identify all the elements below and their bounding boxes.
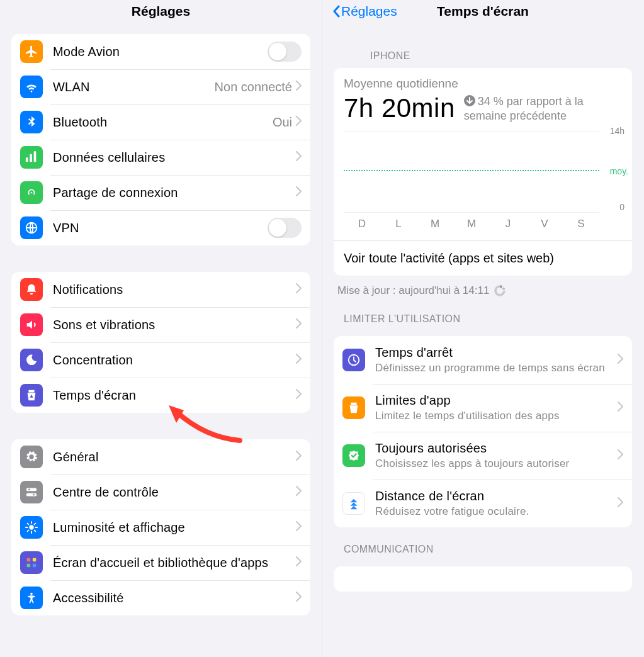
y-tick-top: 14h: [610, 126, 624, 136]
chevron-right-icon: [618, 402, 623, 415]
weekly-chart: 14h 0 moy. DLMMJVS: [334, 123, 632, 240]
row-label: VPN: [53, 221, 268, 235]
chevron-right-icon: [296, 151, 302, 164]
svg-rect-7: [33, 558, 37, 562]
vpn-icon: [20, 216, 43, 239]
svg-point-4: [33, 493, 35, 496]
x-tick: J: [490, 218, 526, 230]
settings-group-general: GénéralCentre de contrôleLuminosité et a…: [11, 439, 310, 615]
row-label: Notifications: [53, 283, 296, 297]
settings-row-cellular[interactable]: Données cellulaires: [11, 140, 310, 175]
daily-average-value: 7h 20min: [344, 93, 455, 123]
limit-row-applimit[interactable]: Limites d'appLimitez le temps d'utilisat…: [334, 384, 632, 432]
row-label: Concentration: [53, 353, 296, 368]
daily-average-label: Moyenne quotidienne: [344, 77, 622, 91]
device-header: IPHONE: [370, 50, 622, 62]
page-title: Réglages: [132, 4, 190, 19]
row-label: Distance de l'écranRéduisez votre fatigu…: [375, 489, 618, 518]
x-tick: S: [563, 218, 599, 230]
delta-label: 34 % par rapport à la semaine précédente: [464, 95, 584, 123]
settings-group-notifications: NotificationsSons et vibrationsConcentra…: [11, 272, 310, 413]
chevron-right-icon: [296, 283, 302, 296]
settings-row-control[interactable]: Centre de contrôle: [11, 474, 310, 510]
chevron-right-icon: [618, 449, 623, 463]
row-label: Mode Avion: [53, 45, 268, 59]
settings-row-vpn[interactable]: VPN: [11, 210, 310, 245]
settings-group-network: Mode AvionWLANNon connectéBluetoothOuiDo…: [11, 34, 310, 245]
downtime-icon: [342, 349, 365, 371]
airplane-icon: [20, 40, 43, 63]
x-tick: D: [344, 218, 380, 230]
row-label: Centre de contrôle: [53, 485, 296, 500]
chevron-right-icon: [296, 186, 302, 199]
avg-label: moy.: [610, 166, 628, 176]
chevron-left-icon: [332, 5, 340, 18]
control-icon: [20, 481, 43, 503]
settings-row-sound[interactable]: Sons et vibrations: [11, 307, 310, 342]
svg-rect-6: [27, 558, 31, 562]
toggle[interactable]: [268, 218, 302, 238]
settings-pane: Réglages Mode AvionWLANNon connectéBluet…: [0, 0, 322, 657]
allowed-icon: [342, 444, 365, 467]
settings-row-screentime[interactable]: Temps d'écran: [11, 378, 310, 413]
chevron-right-icon: [296, 318, 302, 332]
chevron-right-icon: [296, 354, 302, 367]
screentime-icon: [20, 384, 43, 407]
chevron-right-icon: [618, 497, 623, 510]
see-all-activity-row[interactable]: Voir toute l'activité (apps et sites web…: [334, 240, 632, 276]
display-icon: [20, 516, 43, 539]
sound-icon: [20, 313, 43, 336]
navbar: Réglages Temps d'écran: [322, 0, 643, 23]
svg-point-10: [30, 593, 33, 595]
settings-row-hotspot[interactable]: Partage de connexion: [11, 175, 310, 210]
applimit-icon: [342, 396, 365, 419]
back-button[interactable]: Réglages: [332, 4, 397, 19]
row-label: WLAN: [53, 80, 215, 94]
x-axis: DLMMJVS: [344, 213, 599, 240]
row-label: Sons et vibrations: [53, 318, 296, 332]
section-header-limit: LIMITER L'UTILISATION: [344, 313, 622, 325]
daily-average-card: Moyenne quotidienne 7h 20min 34 % par ra…: [334, 68, 632, 276]
settings-row-wlan[interactable]: WLANNon connecté: [11, 69, 310, 104]
limit-usage-group: Temps d'arrêtDéfinissez un programme de …: [334, 336, 632, 527]
section-header-communication: COMMUNICATION: [344, 544, 622, 555]
y-tick-bottom: 0: [619, 202, 624, 212]
chevron-right-icon: [296, 486, 302, 499]
settings-content: Mode AvionWLANNon connectéBluetoothOuiDo…: [0, 23, 322, 657]
settings-row-focus[interactable]: Concentration: [11, 342, 310, 378]
row-value: Non connecté: [215, 80, 292, 94]
settings-row-home[interactable]: Écran d'accueil et bibliothèque d'apps: [11, 545, 310, 580]
settings-row-notif[interactable]: Notifications: [11, 272, 310, 307]
settings-row-display[interactable]: Luminosité et affichage: [11, 510, 310, 545]
x-tick: L: [380, 218, 417, 230]
x-tick: M: [417, 218, 453, 230]
settings-row-general[interactable]: Général: [11, 439, 310, 474]
see-all-activity-label: Voir toute l'activité (apps et sites web…: [344, 251, 622, 266]
svg-rect-8: [27, 564, 31, 568]
bluetooth-icon: [20, 111, 43, 133]
limit-row-allowed[interactable]: Toujours autoriséesChoisissez les apps à…: [334, 432, 632, 480]
row-label: Écran d'accueil et bibliothèque d'apps: [53, 556, 296, 570]
chevron-right-icon: [296, 81, 302, 94]
limit-row-distance[interactable]: Distance de l'écranRéduisez votre fatigu…: [334, 480, 632, 527]
update-status: Mise à jour : aujourd'hui à 14:11: [337, 284, 628, 297]
back-label: Réglages: [341, 4, 397, 19]
limit-row-downtime[interactable]: Temps d'arrêtDéfinissez un programme de …: [334, 336, 632, 384]
settings-row-airplane[interactable]: Mode Avion: [11, 34, 310, 69]
chevron-right-icon: [296, 451, 302, 464]
arrow-down-circle-icon: [464, 95, 475, 110]
chevron-right-icon: [296, 592, 302, 605]
svg-point-3: [28, 488, 31, 491]
page-title: Temps d'écran: [437, 4, 529, 19]
cellular-icon: [20, 146, 43, 169]
settings-row-bluetooth[interactable]: BluetoothOui: [11, 104, 310, 140]
toggle[interactable]: [268, 42, 302, 62]
settings-row-access[interactable]: Accessibilité: [11, 580, 310, 615]
row-label: Accessibilité: [53, 591, 296, 605]
row-value: Oui: [273, 115, 292, 130]
row-label: Temps d'arrêtDéfinissez un programme de …: [375, 345, 618, 374]
home-icon: [20, 551, 43, 574]
chevron-right-icon: [296, 389, 302, 402]
chevron-right-icon: [296, 556, 302, 570]
delta-text: 34 % par rapport à la semaine précédente: [464, 95, 622, 123]
